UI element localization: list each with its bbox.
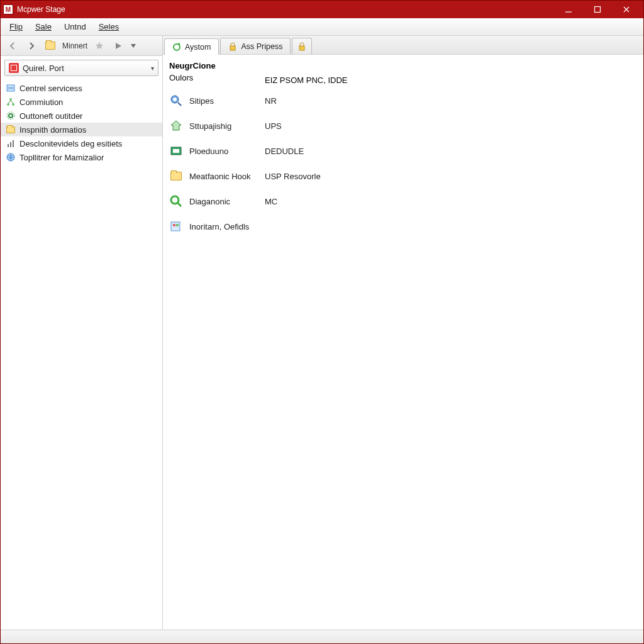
scope-combo[interactable]: Quirel. Port ▾: [4, 60, 158, 76]
prop-row: Meatfaonic Hook USP Resovorle: [169, 164, 637, 189]
app-icon: M: [3, 4, 13, 14]
svg-rect-20: [13, 140, 14, 147]
prop-value: MC: [265, 197, 277, 206]
play-dropdown[interactable]: [129, 38, 138, 54]
tree-item-commiution[interactable]: Commiution: [1, 95, 162, 109]
svg-point-16: [9, 114, 13, 118]
scope-label: Quirel. Port: [23, 64, 151, 73]
window-controls: [554, 1, 641, 18]
titlebar: M Mcpwer Stage: [1, 1, 643, 18]
svg-marker-4: [96, 42, 103, 49]
body: Quirel. Port ▾ Centrel servicess Commiut…: [1, 56, 643, 630]
globe-icon: [6, 152, 16, 162]
prop-value: DEDUDLE: [265, 147, 304, 156]
favorite-button[interactable]: [91, 38, 108, 54]
svg-point-23: [173, 97, 177, 101]
close-icon: [623, 6, 630, 13]
prop-label: Sitipes: [189, 96, 265, 106]
tab-label: Aystom: [185, 43, 211, 52]
content-pane: NeugrCione Oulors EIZ PSOM PNC, IDDE Sit…: [163, 56, 643, 630]
minimize-icon: [565, 6, 572, 13]
play-icon: [114, 42, 122, 50]
nav-tree: Centrel servicess Commiution Outtoneft o…: [1, 80, 162, 165]
prop-value: UPS: [265, 121, 282, 131]
svg-rect-9: [230, 46, 235, 50]
prop-label: Inoritarn, Oefidls: [189, 222, 249, 231]
svg-rect-32: [176, 224, 179, 226]
svg-rect-18: [8, 144, 9, 147]
maximize-button[interactable]: [583, 1, 612, 18]
tree-item-label: Centrel servicess: [19, 84, 82, 93]
tree-item-topllitrer[interactable]: Topllitrer for Mamizalior: [1, 150, 162, 164]
svg-line-29: [177, 203, 181, 206]
folder-icon: [45, 42, 55, 50]
prop-label: Meatfaonic Hook: [189, 172, 265, 181]
sidebar: Quirel. Port ▾ Centrel servicess Commiut…: [1, 56, 163, 630]
svg-point-17: [7, 112, 14, 119]
svg-rect-27: [173, 149, 179, 153]
tab-label: Ass Pripess: [241, 42, 282, 51]
tree-item-outtoneft[interactable]: Outtoneft outitder: [1, 109, 162, 123]
menu-seles[interactable]: Seles: [92, 19, 126, 34]
svg-marker-25: [171, 121, 181, 130]
prop-row: Ploeduuno DEDUDLE: [169, 138, 637, 164]
svg-rect-10: [299, 46, 304, 50]
tree-item-inspnith[interactable]: Inspnith dormatios: [1, 123, 162, 136]
tree-item-central-services[interactable]: Centrel servicess: [1, 81, 162, 95]
scope-icon: [9, 63, 19, 73]
prop-row: Inoritarn, Oefidls: [169, 214, 637, 239]
maximize-icon: [594, 6, 601, 13]
nav-back-button[interactable]: [4, 38, 21, 54]
tree-item-label: Commiution: [19, 97, 63, 107]
server-icon: [6, 83, 16, 93]
menubar: Flip Sale Untnd Seles: [1, 18, 643, 36]
arrow-right-icon: [27, 42, 36, 50]
refresh-icon: [172, 43, 181, 52]
lock-icon: [297, 42, 306, 51]
close-button[interactable]: [612, 1, 641, 18]
chart-icon: [6, 138, 16, 148]
folder-icon: [6, 125, 16, 135]
diagnostic-icon: [169, 194, 183, 208]
chevron-down-icon: [131, 44, 136, 48]
menu-untnd[interactable]: Untnd: [58, 19, 92, 34]
nav-folder-button[interactable]: [42, 38, 58, 54]
tree-item-label: Desclonitevidels deg esitiets: [19, 139, 122, 148]
svg-line-24: [178, 103, 181, 106]
minimize-button[interactable]: [554, 1, 583, 18]
lock-icon: [228, 42, 237, 51]
tree-item-label: Inspnith dormatios: [19, 125, 86, 135]
tree-item-desclonit[interactable]: Desclonitevidels deg esitiets: [1, 136, 162, 150]
prop-row: Sttupajishig UPS: [169, 113, 637, 138]
svg-point-15: [12, 103, 14, 106]
svg-marker-5: [116, 43, 121, 49]
svg-point-7: [174, 44, 180, 50]
folder-icon: [169, 169, 183, 183]
tab-ass-pripess[interactable]: Ass Pripess: [220, 38, 291, 54]
tree-item-label: Topllitrer for Mamizalior: [19, 153, 104, 162]
window-title: Mcpwer Stage: [17, 5, 554, 14]
statusbar: [1, 630, 643, 643]
page-heading: NeugrCione: [169, 60, 637, 72]
svg-rect-12: [7, 89, 14, 91]
svg-rect-11: [7, 85, 14, 87]
play-button[interactable]: [110, 38, 126, 54]
menu-sale[interactable]: Sale: [29, 19, 58, 34]
tab-aystom[interactable]: Aystom: [164, 38, 219, 55]
options-icon: [169, 219, 183, 233]
page-subheading-value: EIZ PSOM PNC, IDDE: [265, 75, 347, 85]
svg-rect-31: [173, 224, 175, 226]
module-icon: [169, 144, 183, 158]
tab-extra[interactable]: [292, 38, 312, 54]
nav-forward-button[interactable]: [23, 38, 40, 54]
house-icon: [169, 119, 183, 133]
svg-marker-6: [131, 44, 136, 48]
prop-row: Sitipes NR: [169, 88, 637, 113]
menu-flip[interactable]: Flip: [3, 19, 29, 34]
svg-rect-1: [595, 7, 601, 13]
page-subheading: Oulors: [169, 73, 265, 87]
gear-icon: [6, 111, 16, 121]
nav-toolbar: Minnert: [1, 36, 163, 56]
prop-value: USP Resovorle: [265, 172, 321, 181]
prop-label: Diaganonic: [189, 197, 265, 206]
